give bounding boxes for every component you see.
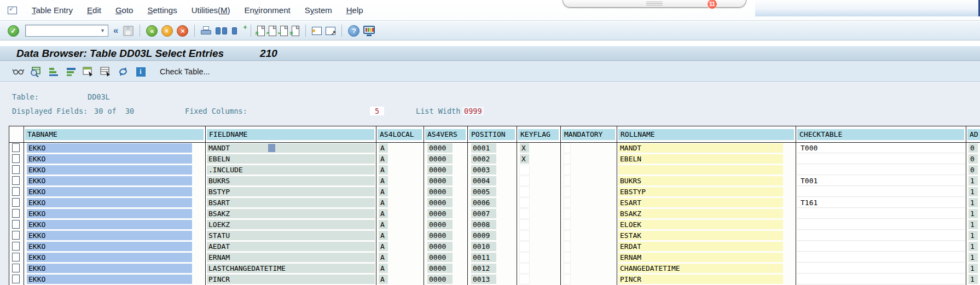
set-filter-icon[interactable] [82,66,94,78]
as4local-value[interactable]: A [379,264,388,273]
menu-item-goto[interactable]: Goto [108,2,141,18]
fieldname-value[interactable]: STATU [207,231,375,240]
menu-item-system[interactable]: System [298,2,339,18]
ad-value[interactable]: 1 [969,176,978,185]
keyflag-value[interactable]: X [520,143,529,153]
mandatory-value[interactable] [564,165,570,175]
page-down-icon[interactable]: › [280,26,288,36]
menu-item-help[interactable]: Help [339,2,370,18]
rollname-value[interactable]: ESART [618,198,783,207]
keyflag-value[interactable] [520,220,529,229]
as4local-value[interactable]: A [379,143,388,153]
menu-item-environment[interactable]: Environment [237,2,298,18]
keyflag-value[interactable] [520,231,529,240]
column-header-mandatory[interactable]: MANDATORY [561,126,617,143]
control-menu-icon[interactable] [8,7,17,14]
ad-value[interactable]: 1 [969,275,978,284]
row-checkbox[interactable] [12,165,20,174]
checktable-value[interactable] [797,165,965,175]
check-table-button[interactable]: Check Table... [156,66,213,78]
first-page-icon[interactable]: « [257,26,265,36]
column-header-keyflag[interactable]: KEYFLAG [517,126,561,143]
ad-value[interactable]: 1 [969,264,978,273]
fixed-columns-value[interactable]: 5 [370,107,384,115]
select-all-header[interactable] [9,126,24,143]
display-details-icon[interactable] [30,66,42,78]
fieldname-value[interactable]: BUKRS [207,176,375,185]
menu-item-edit[interactable]: Edit [80,2,108,18]
last-page-icon[interactable]: » [292,26,299,36]
ad-value[interactable]: 1 [969,209,978,218]
enter-icon[interactable]: ✓ [8,25,19,37]
row-checkbox[interactable] [12,154,20,163]
keyflag-value[interactable] [520,253,529,262]
as4local-value[interactable]: A [379,165,388,175]
row-checkbox[interactable] [12,253,20,261]
overlay-drawer-handle[interactable]: 11 [563,0,746,8]
row-checkbox[interactable] [12,198,20,207]
keyflag-value[interactable] [520,275,529,284]
tabname-value[interactable]: EKKO [27,231,192,240]
ad-value[interactable]: 1 [969,242,978,251]
column-header-checktable[interactable]: CHECKTABLE [796,126,966,143]
as4local-value[interactable]: A [379,242,388,251]
list-width-value[interactable]: 0999 [462,107,484,115]
mandatory-value[interactable] [564,253,570,262]
as4vers-value[interactable]: 0000 [427,187,453,196]
ad-value[interactable]: 1 [969,231,978,240]
rollname-value[interactable]: ELOEK [618,220,783,229]
fieldname-value[interactable]: .INCLUDE [207,165,375,175]
row-checkbox[interactable] [12,264,20,272]
sort-ascending-icon[interactable] [47,66,59,78]
help-icon[interactable]: ? [348,25,359,37]
fieldname-value[interactable]: LOEKZ [207,220,375,229]
checktable-value[interactable]: T001 [797,176,965,186]
fieldname-value[interactable]: LASTCHANGEDATETIME [207,264,375,273]
ad-value[interactable]: 1 [969,187,978,196]
ad-value[interactable]: 1 [969,198,978,207]
rollname-value[interactable]: EBSTYP [618,187,783,196]
mandatory-value[interactable] [564,176,570,185]
as4vers-value[interactable]: 0000 [427,143,453,153]
command-field[interactable]: ▼ [25,25,108,37]
row-checkbox[interactable] [12,209,20,218]
tabname-value[interactable]: EKKO [27,275,192,284]
tabname-value[interactable]: EKKO [27,143,192,153]
column-header-tabname[interactable]: TABNAME [24,126,206,143]
as4vers-value[interactable]: 0000 [427,165,453,175]
display-icon[interactable] [12,66,24,78]
row-checkbox[interactable] [12,143,20,152]
up-icon[interactable]: « [161,25,173,37]
command-dropdown-icon[interactable]: ▼ [98,26,107,36]
tabname-value[interactable]: EKKO [27,209,192,218]
row-checkbox[interactable] [12,220,20,229]
checktable-value[interactable]: T161 [797,198,965,208]
tabname-value[interactable]: EKKO [27,165,192,175]
ad-value[interactable]: 0 [969,154,978,164]
keyflag-value[interactable] [520,165,529,175]
fieldname-value[interactable]: BSART [207,198,375,207]
rollname-value[interactable]: PINCR [618,275,783,284]
info-icon[interactable]: i [135,66,147,78]
mandatory-value[interactable] [564,209,570,218]
checktable-value[interactable] [797,187,965,197]
back-icon[interactable]: « [146,25,158,37]
rollname-value[interactable]: BUKRS [618,176,783,185]
menu-item-utilities-m[interactable]: Utilities(M) [184,2,237,18]
rollname-value[interactable]: EBELN [618,154,783,164]
tabname-value[interactable]: EKKO [27,220,192,229]
row-checkbox[interactable] [12,231,20,240]
position-value[interactable]: 0004 [471,176,496,185]
tabname-value[interactable]: EKKO [27,187,192,196]
mandatory-value[interactable] [564,242,570,251]
position-value[interactable]: 0010 [471,242,496,251]
position-value[interactable]: 0008 [471,220,496,229]
keyflag-value[interactable] [520,176,529,185]
column-header-as4vers[interactable]: AS4VERS [424,126,468,143]
keyflag-value[interactable] [520,187,529,196]
save-icon[interactable] [123,26,134,36]
position-value[interactable]: 0003 [471,165,496,175]
as4local-value[interactable]: A [379,209,388,218]
column-header-ad[interactable]: AD [966,126,980,143]
find-next-icon[interactable]: + [232,27,245,35]
